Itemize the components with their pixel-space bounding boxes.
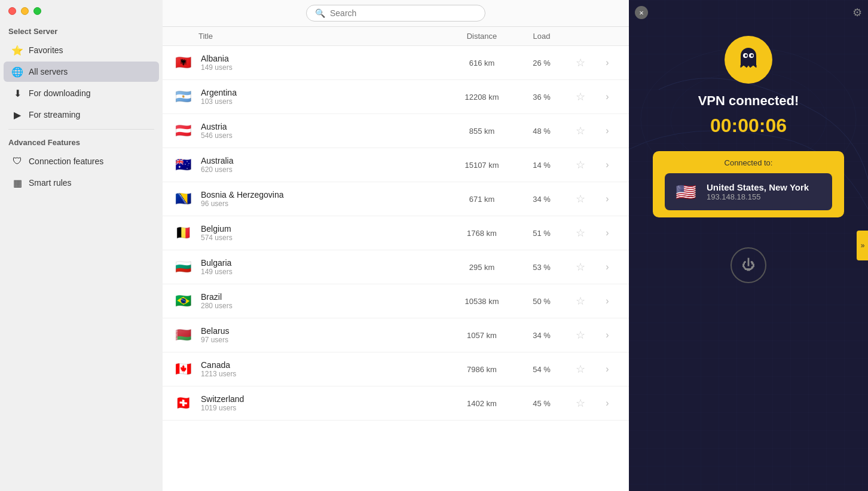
maximize-button[interactable] <box>33 7 41 15</box>
expand-button[interactable]: › <box>595 91 619 102</box>
server-info: Bulgaria 149 users <box>201 258 446 276</box>
favorite-button[interactable]: ☆ <box>566 56 595 69</box>
server-info: Belgium 574 users <box>201 224 446 242</box>
close-button[interactable] <box>8 7 16 15</box>
server-users: 149 users <box>201 63 446 72</box>
vpn-content: VPN connected! 00:00:06 Connected to: 🇺🇸… <box>629 0 868 283</box>
table-row[interactable]: 🇦🇹 Austria 546 users 855 km 48 % ☆ › <box>163 114 629 148</box>
server-flag: 🇦🇱 <box>172 52 194 73</box>
server-users: 546 users <box>201 131 446 140</box>
favorite-button[interactable]: ☆ <box>566 363 595 376</box>
vpn-connected-label: Connected to: <box>665 158 832 167</box>
expand-button[interactable]: › <box>595 159 619 170</box>
server-flag: 🇧🇦 <box>172 188 194 210</box>
vpn-power-button[interactable]: ⏻ <box>731 247 766 283</box>
favorite-button[interactable]: ☆ <box>566 124 595 137</box>
table-row[interactable]: 🇦🇷 Argentina 103 users 12208 km 36 % ☆ › <box>163 80 629 114</box>
expand-button[interactable]: › <box>595 228 619 238</box>
sidebar-item-all-servers[interactable]: 🌐 All servers <box>4 62 159 82</box>
server-load: 54 % <box>518 365 566 374</box>
favorite-button[interactable]: ☆ <box>566 397 595 410</box>
server-info: Switzerland 1019 users <box>201 394 446 412</box>
favorite-button[interactable]: ☆ <box>566 90 595 103</box>
expand-button[interactable]: › <box>595 194 619 204</box>
table-row[interactable]: 🇨🇭 Switzerland 1019 users 1402 km 45 % ☆… <box>163 386 629 421</box>
server-name: Belarus <box>201 326 446 336</box>
server-users: 96 users <box>201 200 446 208</box>
server-flag: 🇨🇦 <box>172 358 194 380</box>
minimize-button[interactable] <box>21 7 29 15</box>
search-bar-container: 🔍 <box>163 0 629 27</box>
server-distance: 1402 km <box>446 399 518 408</box>
favorite-button[interactable]: ☆ <box>566 226 595 240</box>
server-load: 34 % <box>518 331 566 340</box>
favorite-button[interactable]: ☆ <box>566 260 595 274</box>
expand-button[interactable]: › <box>595 398 619 409</box>
vpn-server-ip: 193.148.18.155 <box>707 192 809 201</box>
favorite-button[interactable]: ☆ <box>566 329 595 342</box>
sidebar-item-favorites[interactable]: ⭐ Favorites <box>4 40 159 60</box>
sidebar: Select Server ⭐ Favorites 🌐 All servers … <box>0 0 163 491</box>
server-list: 🇦🇱 Albania 149 users 616 km 26 % ☆ › 🇦🇷 … <box>163 46 629 491</box>
sidebar-item-label: For streaming <box>29 110 80 119</box>
server-distance: 10538 km <box>446 297 518 306</box>
vpn-server-info: 🇺🇸 United States, New York 193.148.18.15… <box>665 173 832 210</box>
server-info: Austria 546 users <box>201 122 446 140</box>
table-header: Title Distance Load <box>163 27 629 46</box>
vpn-logo <box>725 36 772 84</box>
expand-button[interactable]: › <box>595 262 619 272</box>
server-load: 48 % <box>518 127 566 136</box>
server-name: Canada <box>201 360 446 370</box>
server-info: Canada 1213 users <box>201 360 446 378</box>
expand-button[interactable]: › <box>595 57 619 68</box>
vpn-flag: 🇺🇸 <box>673 179 698 204</box>
server-distance: 671 km <box>446 195 518 204</box>
table-row[interactable]: 🇧🇦 Bosnia & Herzegovina 96 users 671 km … <box>163 182 629 216</box>
search-input[interactable] <box>330 8 476 18</box>
server-users: 97 users <box>201 336 446 344</box>
table-row[interactable]: 🇦🇱 Albania 149 users 616 km 26 % ☆ › <box>163 46 629 80</box>
svg-point-8 <box>751 54 753 57</box>
server-flag: 🇧🇷 <box>172 290 194 312</box>
collapse-button[interactable]: » <box>857 231 868 260</box>
table-row[interactable]: 🇧🇷 Brazil 280 users 10538 km 50 % ☆ › <box>163 284 629 318</box>
table-row[interactable]: 🇧🇬 Bulgaria 149 users 295 km 53 % ☆ › <box>163 250 629 284</box>
favorite-button[interactable]: ☆ <box>566 158 595 171</box>
sidebar-item-connection-features[interactable]: 🛡 Connection features <box>4 151 159 171</box>
server-info: Bosnia & Herzegovina 96 users <box>201 190 446 208</box>
svg-rect-4 <box>741 56 756 65</box>
server-users: 1019 users <box>201 404 446 412</box>
search-bar[interactable]: 🔍 <box>306 5 485 22</box>
header-distance: Distance <box>446 32 518 41</box>
vpn-settings-button[interactable]: ⚙ <box>852 6 862 19</box>
server-load: 50 % <box>518 297 566 306</box>
expand-button[interactable]: › <box>595 296 619 306</box>
download-icon: ⬇ <box>12 88 23 99</box>
globe-icon: 🌐 <box>12 66 23 77</box>
server-load: 34 % <box>518 195 566 204</box>
favorite-button[interactable]: ☆ <box>566 192 595 205</box>
table-row[interactable]: 🇧🇾 Belarus 97 users 1057 km 34 % ☆ › <box>163 318 629 352</box>
server-load: 51 % <box>518 229 566 238</box>
expand-button[interactable]: › <box>595 330 619 340</box>
server-distance: 1057 km <box>446 331 518 340</box>
vpn-close-button[interactable]: × <box>635 6 648 19</box>
sidebar-divider <box>8 129 154 130</box>
server-flag: 🇦🇷 <box>172 86 194 108</box>
expand-button[interactable]: › <box>595 125 619 136</box>
sidebar-item-for-downloading[interactable]: ⬇ For downloading <box>4 83 159 103</box>
table-row[interactable]: 🇧🇪 Belgium 574 users 1768 km 51 % ☆ › <box>163 216 629 250</box>
server-load: 14 % <box>518 161 566 170</box>
server-load: 45 % <box>518 399 566 408</box>
expand-button[interactable]: › <box>595 364 619 375</box>
sidebar-item-for-streaming[interactable]: ▶ For streaming <box>4 105 159 125</box>
sidebar-item-smart-rules[interactable]: ▦ Smart rules <box>4 173 159 193</box>
server-name: Bulgaria <box>201 258 446 268</box>
server-flag: 🇦🇺 <box>172 154 194 176</box>
favorite-button[interactable]: ☆ <box>566 294 595 308</box>
header-title: Title <box>172 32 446 41</box>
favorites-icon: ⭐ <box>12 45 23 56</box>
table-row[interactable]: 🇦🇺 Australia 620 users 15107 km 14 % ☆ › <box>163 148 629 182</box>
table-row[interactable]: 🇨🇦 Canada 1213 users 7986 km 54 % ☆ › <box>163 352 629 386</box>
server-users: 574 users <box>201 234 446 242</box>
